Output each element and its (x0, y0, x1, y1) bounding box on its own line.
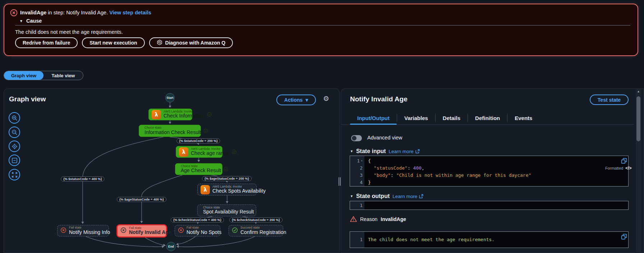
code-content (364, 201, 628, 210)
warning-triangle-icon (350, 216, 357, 222)
copy-icon (621, 158, 627, 164)
error-output-text: The child does not meet the age requirem… (368, 237, 494, 242)
tab-input-output[interactable]: Input/Output (350, 111, 397, 124)
code-token: : (391, 172, 396, 178)
tab-events[interactable]: Events (507, 111, 539, 124)
fail-x-icon (178, 227, 184, 235)
success-check-icon (232, 150, 236, 154)
error-step-text: in step: Notify Invalid Age. (46, 10, 109, 15)
state-output-code-editor[interactable]: 1 (350, 201, 629, 210)
state-input-code-editor[interactable]: 1▾ 2 3 4 { "statusCode": 400, "body": "C… (350, 156, 629, 187)
redrive-label: Redrive from failure (23, 40, 70, 46)
line-number-gutter: 1 (350, 201, 364, 210)
state-name-label: Notify Invalid Age (129, 230, 171, 235)
view-mode-segmented-control: Graph view Table view (4, 71, 83, 80)
state-node-notify-missing-info[interactable]: Fail state Notify Missing Info (57, 225, 109, 236)
triangle-down-icon: ▼ (19, 19, 23, 23)
learn-more-label: Learn more (389, 149, 414, 154)
scrollbar-thumb[interactable] (636, 96, 640, 141)
view-step-details-link[interactable]: View step details (109, 10, 151, 15)
state-name-label: Spot Availability Result (203, 209, 254, 215)
line-number: 1 (350, 236, 364, 243)
cause-expander[interactable]: ▼ Cause (19, 18, 42, 24)
amazon-q-icon (157, 40, 162, 46)
alert-divider (15, 25, 630, 26)
state-output-header: ▼ State output Learn more (350, 193, 424, 199)
scroll-up-arrow-icon[interactable]: ▲ (636, 90, 641, 93)
error-output-code-editor[interactable]: 1 The child does not meet the age requir… (350, 231, 629, 248)
state-name-label: Confirm Registration (240, 230, 286, 235)
diagnose-label: Diagnose with Amazon Q (165, 40, 226, 46)
alert-buttons: Redrive from failure Start new execution… (15, 37, 233, 48)
external-link-icon (415, 149, 420, 154)
state-node-notify-no-spots[interactable]: Fail state Notify No Spots (175, 225, 220, 236)
state-input-learn-more-link[interactable]: Learn more (389, 149, 420, 154)
detail-tabs: Input/Output Variables Details Definitio… (341, 111, 634, 125)
state-output-learn-more-link[interactable]: Learn more (392, 194, 424, 199)
state-node-check-spots-availability[interactable]: λ AWS Lambda: Invoke Check Spots Availab… (197, 184, 257, 196)
diagnose-amazon-q-button[interactable]: Diagnose with Amazon Q (149, 37, 233, 48)
state-node-check-age-range[interactable]: λ AWS Lambda: Invoke Check age range (176, 146, 222, 158)
code-content: The child does not meet the age requirem… (364, 232, 628, 248)
fail-x-icon (60, 227, 66, 235)
success-check-icon (224, 167, 228, 171)
tab-variables[interactable]: Variables (397, 111, 435, 124)
state-detail-panel: Notify Invalid Age Test state Input/Outp… (341, 88, 644, 253)
copy-error-output-button[interactable] (621, 234, 627, 241)
advanced-view-label: Advanced view (367, 135, 402, 141)
advanced-view-toggle[interactable] (351, 135, 362, 141)
error-name: InvalidAge (20, 10, 46, 15)
start-new-execution-button[interactable]: Start new execution (82, 37, 144, 48)
line-number: 1 (350, 201, 364, 210)
table-view-segment[interactable]: Table view (43, 71, 83, 80)
learn-more-label: Learn more (392, 194, 417, 199)
external-link-icon (419, 194, 424, 199)
lambda-icon: λ (152, 110, 161, 119)
triangle-down-icon[interactable]: ▼ (350, 150, 353, 153)
formatted-indicator: Formatted </> (605, 166, 632, 171)
copy-state-input-button[interactable] (621, 158, 627, 165)
edge-label-age-200: {% $ageStatusCode = 200 %} (202, 176, 252, 181)
redrive-from-failure-button[interactable]: Redrive from failure (15, 37, 78, 48)
state-node-check-information[interactable]: λ AWS Lambda: Invoke Check Information (148, 109, 192, 120)
tab-definition[interactable]: Definition (468, 111, 507, 124)
success-check-icon (203, 129, 208, 133)
code-view-toggle-icon[interactable]: </> (625, 166, 631, 171)
code-token: "Child is not within age range for this … (396, 172, 532, 178)
state-detail-title: Notify Invalid Age (350, 95, 408, 103)
formatted-label: Formatted (605, 166, 623, 170)
code-token: , (422, 165, 424, 171)
state-node-notify-invalid-age[interactable]: Fail state Notify Invalid Age (116, 224, 167, 238)
tab-details[interactable]: Details (436, 111, 468, 124)
graph-view-panel: Graph view Actions ▾ ⚙ (4, 88, 340, 253)
state-name-label: Check age range (191, 151, 229, 156)
cause-text: The child does not meet the age requirem… (15, 29, 123, 35)
state-node-confirm-registration[interactable]: Succeed state Confirm Registration (229, 225, 283, 236)
alert-title: InvalidAge in step: Notify Invalid Age. … (20, 10, 151, 15)
code-token: } (368, 180, 371, 185)
scrollbar[interactable]: ▲ (636, 89, 641, 253)
edge-label-check-400: {% $checkStatusCode = 400 %} (171, 217, 224, 222)
state-node-spot-availability-result[interactable]: ? Choice state Spot Availability Result (197, 204, 256, 216)
state-name-label: Notify No Spots (187, 230, 221, 235)
error-circle-icon (10, 9, 18, 18)
graph-view-segment[interactable]: Graph view (4, 71, 43, 80)
test-state-button[interactable]: Test state (590, 95, 629, 105)
line-number: 4 (350, 179, 364, 186)
triangle-down-icon[interactable]: ▼ (350, 194, 353, 198)
panel-splitter[interactable] (338, 175, 341, 188)
lambda-icon: λ (179, 147, 188, 157)
fold-arrow-icon[interactable]: ▾ (361, 159, 363, 162)
code-token: "statusCode" (374, 165, 408, 171)
copy-icon (621, 234, 627, 240)
code-token: 400 (413, 165, 422, 171)
fail-x-icon (120, 227, 126, 235)
line-number: 3 (350, 171, 364, 179)
cause-label: Cause (26, 18, 42, 24)
line-number-gutter: 1 (350, 232, 364, 248)
state-node-information-check-result[interactable]: ? Choice state Information Check Result (139, 125, 201, 137)
reason-label: Reason (360, 216, 377, 222)
code-token: { (368, 158, 371, 164)
state-node-age-check-result[interactable]: ? Choice state Age Check Result (175, 163, 222, 175)
edge-label-status-200: {% $statusCode = 200 %} (176, 138, 220, 143)
